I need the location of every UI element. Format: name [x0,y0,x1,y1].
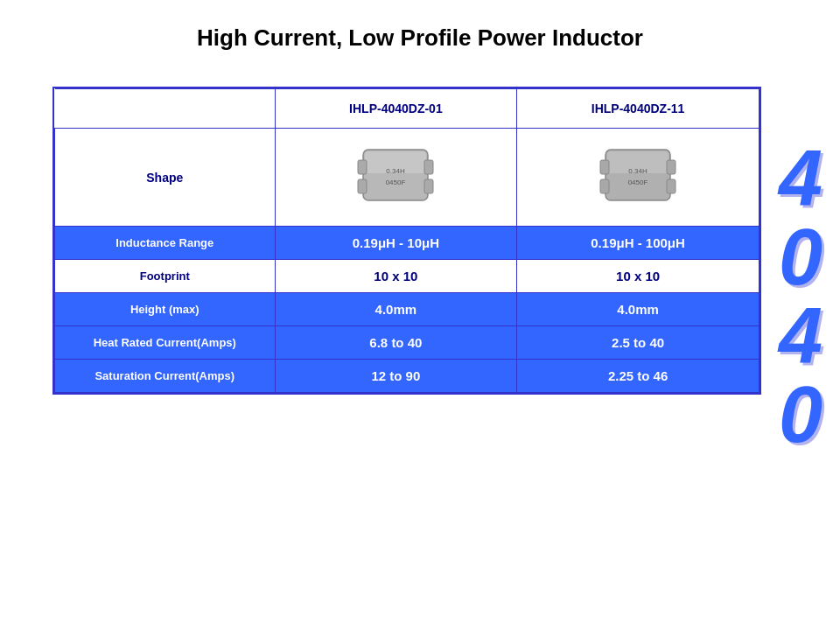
footprint-val-1: 10 x 10 [275,260,517,293]
svg-rect-2 [358,160,367,174]
saturation-val-2: 2.25 to 46 [517,360,760,393]
heat-rated-label: Heat Rated Current(Amps) [55,326,276,360]
height-val-1: 4.0mm [275,293,517,326]
heat-rated-val-1: 6.8 to 40 [275,326,517,360]
footprint-label: Footprint [55,260,276,293]
heat-rated-val-2: 2.5 to 40 [517,326,760,360]
inductor-component-2: 0.34H 0450F [598,143,677,208]
svg-text:0.34H: 0.34H [387,167,406,175]
svg-rect-3 [424,160,433,174]
inductor-component-1: 0.34H 0450F [356,143,435,208]
inductance-range-val-1: 0.19μH - 10μH [275,227,517,260]
inductance-range-row: Inductance Range 0.19μH - 10μH 0.19μH - … [55,227,760,260]
svg-rect-13 [667,179,676,193]
inductance-range-val-2: 0.19μH - 100μH [517,227,760,260]
height-label: Height (max) [55,293,276,326]
svg-rect-12 [600,179,609,193]
heat-rated-current-row: Heat Rated Current(Amps) 6.8 to 40 2.5 t… [55,326,760,360]
svg-rect-4 [358,179,367,193]
svg-text:0450F: 0450F [628,178,648,186]
page-title: High Current, Low Profile Power Inductor [0,0,840,69]
table-header-row: IHLP-4040DZ-01 IHLP-4040DZ-11 [55,89,760,129]
svg-rect-10 [600,160,609,174]
saturation-label: Saturation Current(Amps) [55,360,276,393]
shape-image-1: 0.34H 0450F [275,129,517,227]
svg-text:0450F: 0450F [386,178,406,186]
col-header-2: IHLP-4040DZ-11 [517,89,760,129]
shape-image-2: 0.34H 0450F [517,129,760,227]
big-num-4-top: 4 [779,139,822,218]
header-empty-cell [55,89,276,129]
height-val-2: 4.0mm [517,293,760,326]
col-header-1: IHLP-4040DZ-01 [275,89,517,129]
shape-row: Shape [55,129,760,227]
footprint-val-2: 10 x 10 [517,260,760,293]
saturation-val-1: 12 to 90 [275,360,517,393]
height-row: Height (max) 4.0mm 4.0mm [55,293,760,326]
inductance-range-label: Inductance Range [55,227,276,260]
main-content: IHLP-4040DZ-01 IHLP-4040DZ-11 Shape [0,69,840,472]
side-decorative-numbers: 4 0 4 0 [779,139,822,454]
big-num-0-top: 0 [779,218,822,297]
saturation-current-row: Saturation Current(Amps) 12 to 90 2.25 t… [55,360,760,393]
svg-rect-11 [667,160,676,174]
big-num-4-bottom: 4 [779,297,822,375]
comparison-table: IHLP-4040DZ-01 IHLP-4040DZ-11 Shape [52,87,761,395]
big-num-0-bottom: 0 [779,375,822,454]
footprint-row: Footprint 10 x 10 10 x 10 [55,260,760,293]
shape-label: Shape [55,129,276,227]
svg-text:0.34H: 0.34H [628,167,648,175]
svg-rect-5 [424,179,433,193]
